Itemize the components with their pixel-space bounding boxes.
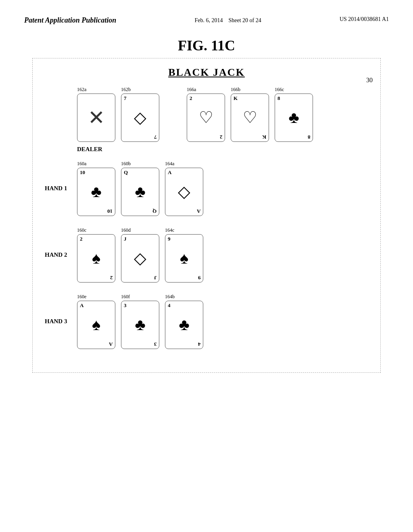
card-ref-162a: 162a	[77, 87, 86, 93]
symbol-166c: ♣	[288, 110, 299, 126]
card-ref-160b: 160b	[121, 161, 131, 167]
diagram-container: BLACK JACK 162a ✕ 162b 7 ◇	[32, 58, 381, 373]
card-ref-160d: 160d	[121, 227, 131, 233]
corner-tl-164a: A	[168, 170, 171, 175]
symbol-164c: ♠	[180, 250, 188, 266]
corner-br-164c: 9	[198, 275, 201, 281]
corner-tl-160d: J	[124, 236, 127, 241]
pub-date: Feb. 6, 2014	[194, 17, 223, 23]
card-160c: 2 ♠ 2	[77, 234, 115, 283]
corner-tl-166b: K	[234, 96, 238, 101]
hand1-cards: 160a 10 ♣ 10 160b Q ♣ Q	[77, 161, 203, 216]
publication-title: Patent Application Publication	[24, 16, 116, 24]
header-center: Feb. 6, 2014 Sheet 20 of 24	[194, 16, 261, 25]
card-ref-166a: 166a	[187, 87, 196, 93]
card-wrapper-162a: 162a ✕	[77, 87, 115, 142]
corner-br-160e: A	[109, 342, 113, 347]
dealer-cards: 162a ✕ 162b 7 ◇ 7	[77, 87, 313, 142]
card-160b: Q ♣ Q	[121, 168, 159, 216]
card-wrapper-162b: 162b 7 ◇ 7	[121, 87, 159, 142]
card-164c: 9 ♠ 9	[165, 234, 203, 283]
corner-br-160d: J	[154, 275, 157, 281]
corner-tl-162b: 7	[124, 96, 127, 101]
corner-br-160f: 3	[154, 342, 157, 347]
symbol-160d: ◇	[134, 250, 146, 266]
symbol-160f: ♣	[135, 317, 145, 333]
dealer-row: 162a ✕ 162b 7 ◇ 7	[45, 87, 368, 142]
card-166b: K ♡ K	[231, 94, 269, 142]
card-wrapper-166b: 166b K ♡ K	[231, 87, 269, 142]
hand1-label: HAND 1	[45, 185, 77, 192]
corner-br-160c: 2	[110, 275, 113, 281]
card-wrapper-166c: 166c 8 ♣ 8	[275, 87, 313, 142]
corner-tl-166c: 8	[277, 96, 280, 101]
sheet-info: Sheet 20 of 24	[228, 17, 261, 23]
header-left: Patent Application Publication	[24, 16, 116, 25]
card-160e: A ♠ A	[77, 301, 115, 349]
corner-br-162b: 7	[154, 135, 157, 140]
hand2-cards: 160c 2 ♠ 2 160d J ◇ J	[77, 227, 203, 283]
facedown-symbol: ✕	[88, 106, 105, 129]
card-ref-164c: 164c	[165, 227, 174, 233]
symbol-164a: ◇	[178, 184, 190, 200]
card-162b: 7 ◇ 7	[121, 94, 159, 142]
card-wrapper-160d: 160d J ◇ J	[121, 227, 159, 283]
card-ref-164a: 164a	[165, 161, 174, 167]
card-ref-164b: 164b	[165, 294, 175, 300]
hand2-label: HAND 2	[45, 251, 77, 258]
card-ref-160a: 160a	[77, 161, 86, 167]
card-ref-160e: 160e	[77, 294, 86, 300]
figure-title: FIG. 11C	[24, 37, 389, 54]
hand3-label: HAND 3	[45, 318, 77, 325]
symbol-160e: ♠	[92, 317, 100, 333]
card-ref-166b: 166b	[231, 87, 240, 93]
card-166c: 8 ♣ 8	[275, 94, 313, 142]
symbol-164b: ♣	[179, 317, 189, 333]
card-160a: 10 ♣ 10	[77, 168, 115, 216]
corner-tl-160e: A	[80, 303, 83, 308]
corner-tl-164c: 9	[168, 236, 171, 241]
card-ref-160f: 160f	[121, 294, 130, 300]
corner-tl-166a: 2	[190, 96, 192, 101]
card-164b: 4 ♣ 4	[165, 301, 203, 349]
symbol-162b: ◇	[134, 110, 146, 126]
symbol-160a: ♣	[91, 184, 101, 200]
card-wrapper-164a: 164a A ◇ A	[165, 161, 203, 216]
corner-br-160a: 10	[107, 209, 113, 214]
card-wrapper-164c: 164c 9 ♠ 9	[165, 227, 203, 283]
symbol-166b: ♡	[243, 110, 257, 126]
corner-br-164a: A	[197, 209, 200, 214]
corner-br-166c: 8	[308, 135, 311, 140]
symbol-166a: ♡	[199, 110, 213, 126]
symbol-160c: ♠	[92, 250, 100, 266]
corner-tl-160b: Q	[124, 170, 128, 175]
card-wrapper-160e: 160e A ♠ A	[77, 294, 115, 349]
hand3-row: HAND 3 160e A ♠ A 160f 3 ♣	[45, 294, 368, 349]
blackjack-title: BLACK JACK	[45, 66, 368, 79]
card-wrapper-160c: 160c 2 ♠ 2	[77, 227, 115, 283]
hand1-row: HAND 1 160a 10 ♣ 10 160b Q ♣	[45, 161, 368, 216]
card-166a: 2 ♡ 2	[187, 94, 225, 142]
corner-br-160b: Q	[152, 209, 156, 214]
hand3-cards: 160e A ♠ A 160f 3 ♣ 3	[77, 294, 203, 349]
card-wrapper-160a: 160a 10 ♣ 10	[77, 161, 115, 216]
header: Patent Application Publication Feb. 6, 2…	[24, 16, 389, 25]
corner-tl-164b: 4	[168, 303, 171, 308]
card-162a: ✕	[77, 94, 115, 142]
corner-br-166b: K	[262, 135, 266, 140]
card-160d: J ◇ J	[121, 234, 159, 283]
symbol-160b: ♣	[135, 184, 145, 200]
card-ref-166c: 166c	[275, 87, 284, 93]
page: Patent Application Publication Feb. 6, 2…	[0, 0, 413, 532]
card-wrapper-160b: 160b Q ♣ Q	[121, 161, 159, 216]
card-wrapper-164b: 164b 4 ♣ 4	[165, 294, 203, 349]
card-ref-162b: 162b	[121, 87, 131, 93]
dealer-label: DEALER	[77, 146, 368, 153]
corner-tl-160c: 2	[80, 236, 83, 241]
corner-br-166a: 2	[220, 135, 223, 140]
hand2-row: HAND 2 160c 2 ♠ 2 160d J ◇	[45, 227, 368, 283]
patent-number: US 2014/0038681 A1	[340, 16, 389, 22]
card-160f: 3 ♣ 3	[121, 301, 159, 349]
card-wrapper-160f: 160f 3 ♣ 3	[121, 294, 159, 349]
card-wrapper-166a: 166a 2 ♡ 2	[187, 87, 225, 142]
